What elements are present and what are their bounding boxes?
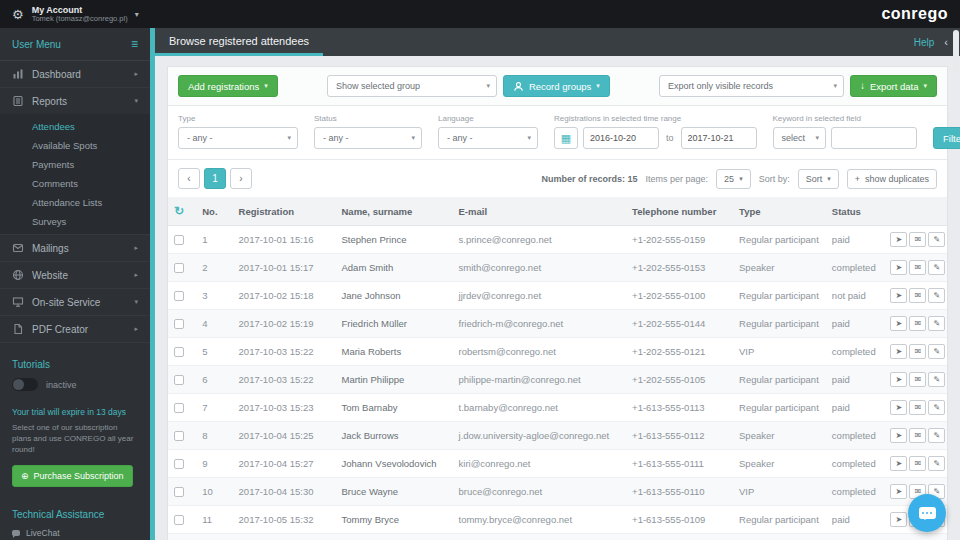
chevron-down-icon[interactable]: ▾ bbox=[135, 10, 139, 19]
send-message-button[interactable]: ➤ bbox=[890, 260, 907, 275]
sidebar-item-website[interactable]: Website ▸ bbox=[0, 262, 150, 289]
keyword-input[interactable] bbox=[831, 127, 917, 149]
per-page-select[interactable]: 25 ▾ bbox=[716, 169, 751, 189]
page-1-button[interactable]: 1 bbox=[204, 168, 226, 189]
next-page-button[interactable]: › bbox=[230, 168, 252, 189]
cell-registration: 2017-10-01 15:16 bbox=[233, 226, 336, 254]
group-select[interactable]: Show selected group bbox=[327, 75, 497, 97]
send-message-button[interactable]: ➤ bbox=[890, 456, 907, 471]
record-groups-button[interactable]: Record groups ▾ bbox=[503, 75, 610, 97]
cell-name: Martin Philippe bbox=[335, 366, 452, 394]
cell-email: t.barnaby@conrego.net bbox=[453, 394, 627, 422]
edit-button[interactable]: ✎ bbox=[928, 260, 945, 275]
email-button[interactable]: ✉ bbox=[909, 428, 926, 443]
export-data-button[interactable]: ↓ Export data ▾ bbox=[850, 75, 937, 97]
email-button[interactable]: ✉ bbox=[909, 316, 926, 331]
column-header[interactable]: Registration bbox=[233, 197, 336, 226]
sidebar-item-attendance-lists[interactable]: Attendance Lists bbox=[0, 193, 150, 212]
column-header[interactable]: Telephone number bbox=[626, 197, 733, 226]
sidebar-user-menu[interactable]: User Menu ≡ bbox=[0, 28, 150, 61]
column-header[interactable]: No. bbox=[196, 197, 232, 226]
column-header[interactable]: Status bbox=[826, 197, 883, 226]
type-filter-select[interactable]: - any - bbox=[178, 127, 298, 149]
row-checkbox[interactable] bbox=[174, 375, 184, 385]
calendar-button[interactable]: ▦ bbox=[554, 127, 578, 149]
email-button[interactable]: ✉ bbox=[909, 288, 926, 303]
row-checkbox[interactable] bbox=[174, 515, 184, 525]
language-filter-select[interactable]: - any - bbox=[438, 127, 538, 149]
send-message-button[interactable]: ➤ bbox=[890, 288, 907, 303]
sidebar-item-reports[interactable]: Reports ▾ bbox=[0, 88, 150, 114]
edit-button[interactable]: ✎ bbox=[928, 232, 945, 247]
sidebar-item-pdf-creator[interactable]: PDF Creator ▸ bbox=[0, 316, 150, 343]
add-registrations-button[interactable]: Add registrations ▾ bbox=[178, 75, 278, 97]
cell-no: 10 bbox=[196, 478, 232, 506]
row-checkbox[interactable] bbox=[174, 291, 184, 301]
row-checkbox[interactable] bbox=[174, 431, 184, 441]
send-message-button[interactable]: ➤ bbox=[890, 316, 907, 331]
purchase-subscription-button[interactable]: ⊕ Purchase Subscription bbox=[12, 465, 133, 487]
keyword-field-select[interactable]: select bbox=[773, 127, 827, 149]
row-checkbox[interactable] bbox=[174, 403, 184, 413]
edit-button[interactable]: ✎ bbox=[928, 316, 945, 331]
sidebar-item-dashboard[interactable]: Dashboard ▸ bbox=[0, 61, 150, 88]
prev-page-button[interactable]: ‹ bbox=[178, 168, 200, 189]
send-message-button[interactable]: ➤ bbox=[890, 484, 907, 499]
row-checkbox[interactable] bbox=[174, 319, 184, 329]
send-message-button[interactable]: ➤ bbox=[890, 428, 907, 443]
row-checkbox[interactable] bbox=[174, 459, 184, 469]
send-message-button[interactable]: ➤ bbox=[890, 232, 907, 247]
sidebar-item-comments[interactable]: Comments bbox=[0, 174, 150, 193]
chevron-icon: ▾ bbox=[134, 97, 138, 105]
row-checkbox[interactable] bbox=[174, 263, 184, 273]
date-from-input[interactable] bbox=[583, 127, 659, 149]
email-button[interactable]: ✉ bbox=[909, 456, 926, 471]
sidebar-item-available-spots[interactable]: Available Spots bbox=[0, 136, 150, 155]
send-message-button[interactable]: ➤ bbox=[890, 372, 907, 387]
export-scope-select[interactable]: Export only visible records bbox=[659, 75, 844, 97]
column-header[interactable]: E-mail bbox=[453, 197, 627, 226]
refresh-icon[interactable]: ↻ bbox=[174, 204, 184, 218]
add-registrations-label: Add registrations bbox=[188, 81, 259, 92]
collapse-chevron-icon[interactable]: ‹ bbox=[944, 36, 948, 48]
send-message-button[interactable]: ➤ bbox=[890, 400, 907, 415]
edit-button[interactable]: ✎ bbox=[928, 400, 945, 415]
row-checkbox[interactable] bbox=[174, 487, 184, 497]
filter-button[interactable]: Filter bbox=[933, 127, 960, 149]
sidebar-item-attendees[interactable]: Attendees bbox=[0, 117, 150, 136]
help-link[interactable]: Help bbox=[914, 37, 935, 48]
email-button[interactable]: ✉ bbox=[909, 232, 926, 247]
scrollbar-thumb[interactable] bbox=[953, 30, 959, 74]
email-button[interactable]: ✉ bbox=[909, 344, 926, 359]
row-checkbox[interactable] bbox=[174, 347, 184, 357]
gear-icon[interactable]: ⚙ bbox=[12, 7, 24, 22]
edit-button[interactable]: ✎ bbox=[928, 428, 945, 443]
column-header[interactable]: Name, surname bbox=[335, 197, 452, 226]
sidebar-item-payments[interactable]: Payments bbox=[0, 155, 150, 174]
show-duplicates-button[interactable]: + show duplicates bbox=[847, 169, 937, 189]
edit-button[interactable]: ✎ bbox=[928, 288, 945, 303]
edit-button[interactable]: ✎ bbox=[928, 344, 945, 359]
cell-name: Tom Barnaby bbox=[335, 394, 452, 422]
cell-phone: +1-613-555-0112 bbox=[626, 422, 733, 450]
hamburger-icon[interactable]: ≡ bbox=[131, 37, 138, 51]
email-button[interactable]: ✉ bbox=[909, 372, 926, 387]
sidebar-item-onsite-service[interactable]: On-site Service ▾ bbox=[0, 289, 150, 316]
column-header[interactable]: Type bbox=[733, 197, 826, 226]
account-menu[interactable]: My Account Tomek (tomasz@conrego.pl) bbox=[32, 5, 128, 24]
send-message-button[interactable]: ➤ bbox=[890, 512, 907, 527]
email-button[interactable]: ✉ bbox=[909, 260, 926, 275]
sidebar-item-mailings[interactable]: Mailings ▸ bbox=[0, 235, 150, 262]
chat-fab-button[interactable] bbox=[908, 494, 946, 532]
edit-button[interactable]: ✎ bbox=[928, 456, 945, 471]
tutorials-toggle[interactable] bbox=[12, 378, 38, 391]
row-checkbox[interactable] bbox=[174, 235, 184, 245]
sort-select[interactable]: Sort ▾ bbox=[798, 169, 839, 189]
email-button[interactable]: ✉ bbox=[909, 400, 926, 415]
sidebar-item-surveys[interactable]: Surveys bbox=[0, 212, 150, 231]
status-filter-select[interactable]: - any - bbox=[314, 127, 422, 149]
edit-button[interactable]: ✎ bbox=[928, 372, 945, 387]
livechat-link[interactable]: LiveChat bbox=[12, 528, 138, 538]
date-to-input[interactable] bbox=[681, 127, 757, 149]
send-message-button[interactable]: ➤ bbox=[890, 344, 907, 359]
